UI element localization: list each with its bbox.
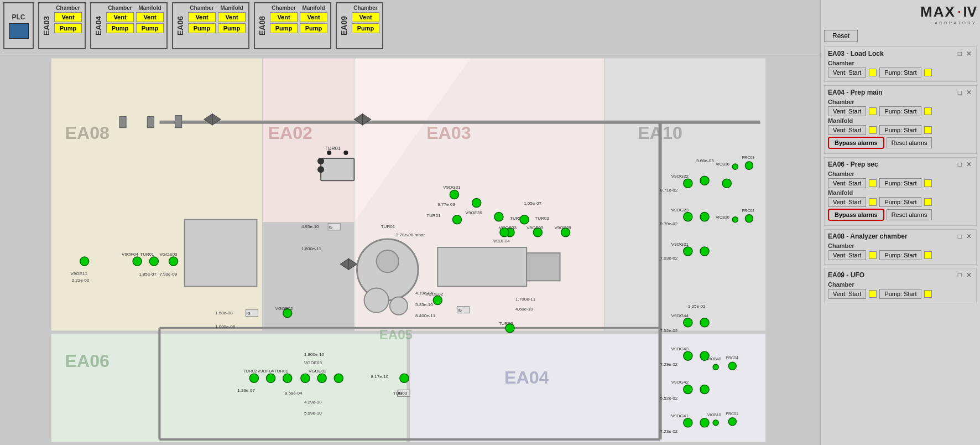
ea04-reset-alarms-btn[interactable]: Reset alarms (887, 137, 932, 148)
section-ea06: EA06 - Prep sec □ ✕ Chamber Vent: Start … (824, 157, 977, 226)
svg-point-76 (722, 179, 731, 188)
ea06-chamber-vent-btn[interactable]: Vent (188, 12, 216, 22)
ea06-manifold-vent-btn[interactable]: Vent (218, 12, 246, 22)
ea04-manifold-vent-btn[interactable]: Vent (136, 12, 164, 22)
station-group-chamber: Chamber Vent Pump (188, 5, 216, 33)
svg-rect-153 (175, 116, 182, 128)
ea04-manifold-vent-start-btn[interactable]: Vent: Start (828, 125, 866, 135)
svg-text:PRC02: PRC02 (742, 209, 754, 213)
ea08-manifold-vent-btn[interactable]: Vent (300, 12, 327, 22)
diagram-area: EA08 EA02 EA03 EA10 EA06 EA04 EA05 TUR01 (0, 55, 820, 445)
ea03-vent-status (869, 69, 877, 76)
ea09-pump-btn[interactable]: Pump (352, 23, 379, 33)
svg-text:V9OE05: V9OE05 (527, 225, 544, 230)
ea06-reset-alarms-btn[interactable]: Reset alarms (887, 209, 932, 220)
section-ea04-close-btn[interactable]: ✕ (965, 89, 973, 96)
section-ea04-minimize-btn[interactable]: □ (957, 89, 963, 96)
ea08-pump-start-btn[interactable]: Pump: Start (879, 250, 921, 260)
svg-rect-24 (185, 220, 257, 287)
svg-point-12 (327, 151, 331, 155)
ea03-vent-start-btn[interactable]: Vent: Start (828, 68, 866, 77)
section-ea09-minimize-btn[interactable]: □ (957, 271, 963, 279)
svg-text:V9OG22: V9OG22 (671, 174, 689, 179)
ea06-manifold-pump-start-btn[interactable]: Pump: Start (879, 197, 921, 207)
ea08-chamber-vent-btn[interactable]: Vent (270, 12, 298, 22)
svg-point-30 (149, 257, 158, 266)
svg-text:TUR01: TUR01 (381, 224, 395, 229)
group-label: Manifold (300, 5, 327, 11)
svg-point-94 (433, 296, 442, 304)
section-ea08-close-btn[interactable]: ✕ (965, 232, 973, 240)
svg-text:IG: IG (457, 308, 461, 312)
ea09-pump-start-btn[interactable]: Pump: Start (879, 289, 921, 299)
ea04-manifold-pump-start-btn[interactable]: Pump: Start (879, 125, 921, 135)
svg-point-117 (713, 420, 718, 426)
ea09-vent-start-btn[interactable]: Vent: Start (828, 289, 866, 299)
section-ea03-header: EA03 - Load Lock □ ✕ (828, 50, 973, 58)
ea09-vent-btn[interactable]: Vent (352, 12, 379, 22)
ea03-vent-btn[interactable]: Vent (54, 12, 82, 22)
ea03-region-label: EA03 (426, 123, 471, 143)
ea04-bypass-alarms-btn[interactable]: Bypass alarms (828, 137, 884, 149)
svg-text:2.22e-02: 2.22e-02 (72, 278, 90, 283)
ea03-pump-btn[interactable]: Pump (54, 23, 82, 33)
svg-text:VIOB20: VIOB20 (716, 215, 729, 219)
svg-text:7.52e-02: 7.52e-02 (660, 328, 678, 333)
ea04-chamber-pump-start-btn[interactable]: Pump: Start (879, 106, 921, 116)
ea06-bypass-alarms-btn[interactable]: Bypass alarms (828, 209, 884, 221)
ea05-region-label: EA05 (379, 327, 413, 342)
ea04-chamber-label: Chamber (828, 99, 973, 105)
ea03-pump-start-btn[interactable]: Pump: Start (879, 68, 921, 77)
plc-screen (9, 23, 29, 39)
svg-point-145 (400, 374, 409, 382)
svg-text:IG: IG (329, 225, 332, 229)
section-ea04-title: EA04 - Prep main (828, 89, 883, 96)
station-group-chamber: Chamber Vent Pump (54, 5, 82, 33)
section-ea08-minimize-btn[interactable]: □ (957, 232, 963, 240)
ea06-chamber-pump-start-btn[interactable]: Pump: Start (879, 178, 921, 188)
station-panel-ea06: EA06 Chamber Vent Pump Manifold Vent Pum… (172, 2, 249, 49)
ea06-manifold-pump-btn[interactable]: Pump (218, 23, 246, 33)
ea04-chamber-vent-btn[interactable]: Vent (106, 12, 134, 22)
reset-button[interactable]: Reset (824, 30, 858, 42)
svg-text:3.78e-08 mbar: 3.78e-08 mbar (396, 232, 425, 237)
section-ea03-minimize-btn[interactable]: □ (957, 50, 963, 58)
right-panel: MAX · IV LABORATORY Reset EA03 - Load Lo… (820, 0, 980, 445)
section-ea03-close-btn[interactable]: ✕ (965, 50, 973, 58)
section-ea06-close-btn[interactable]: ✕ (965, 161, 973, 168)
top-toolbar: PLC EA03 Chamber Vent Pump EA04 Chamber … (0, 0, 820, 55)
ea06-chamber-pump-btn[interactable]: Pump (188, 23, 216, 33)
ea08-chamber-pump-btn[interactable]: Pump (270, 23, 298, 33)
section-ea09-title: EA09 - UFO (828, 271, 864, 279)
svg-text:V9OG44: V9OG44 (671, 313, 689, 318)
svg-text:4.29e-10: 4.29e-10 (304, 400, 322, 405)
ea04-manifold-pump-btn[interactable]: Pump (136, 23, 164, 33)
svg-point-13 (343, 151, 348, 155)
ea04-chamber-vent-start-btn[interactable]: Vent: Start (828, 106, 866, 116)
group-label: Chamber (270, 5, 298, 11)
svg-text:PRC04: PRC04 (726, 356, 738, 360)
svg-point-103 (684, 318, 692, 327)
ea03-pump-status (924, 69, 932, 76)
svg-marker-154 (340, 258, 348, 270)
ea06-manifold-pump-status (924, 198, 932, 206)
section-ea06-minimize-btn[interactable]: □ (957, 161, 963, 168)
ea08-vent-start-btn[interactable]: Vent: Start (828, 250, 866, 260)
ea04-chamber-pump-btn[interactable]: Pump (106, 23, 134, 33)
ea06-chamber-vent-start-btn[interactable]: Vent: Start (828, 178, 866, 188)
svg-point-77 (684, 213, 692, 221)
svg-point-85 (745, 162, 753, 169)
svg-rect-151 (119, 117, 126, 128)
svg-point-57 (520, 215, 529, 224)
svg-point-111 (684, 385, 692, 394)
ea08-chamber-label: Chamber (828, 242, 973, 249)
ea06-manifold-vent-start-btn[interactable]: Vent: Start (828, 197, 866, 207)
ea04-alarm-row: Bypass alarms Reset alarms (828, 137, 973, 149)
svg-point-72 (684, 179, 692, 188)
logo-sub-text: LABORATORY (920, 20, 977, 25)
ea08-manifold-pump-btn[interactable]: Pump (300, 23, 327, 33)
section-ea09-close-btn[interactable]: ✕ (965, 271, 973, 279)
svg-point-80 (700, 213, 709, 221)
svg-text:VGOE03: VGOE03 (304, 360, 322, 365)
svg-text:VIOB30: VIOB30 (716, 162, 729, 166)
